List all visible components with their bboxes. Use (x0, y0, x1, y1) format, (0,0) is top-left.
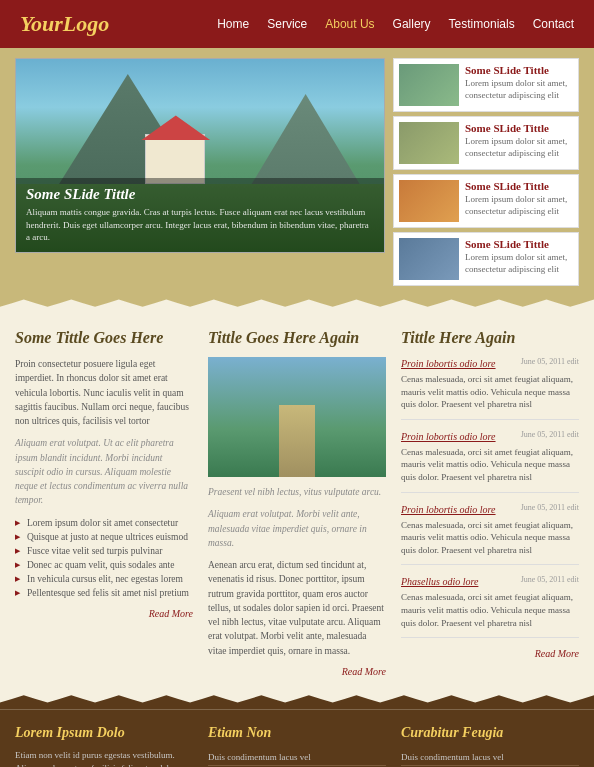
thumb-2[interactable]: Some SLide Tittle Lorem ipsum dolor sit … (393, 116, 579, 170)
footer-col3-link-1: Duis condimentum lacus vel (401, 749, 579, 766)
thumb-3[interactable]: Some SLide Tittle Lorem ipsum dolor sit … (393, 174, 579, 228)
blog-date-3: June 05, 2011 edit (521, 503, 579, 512)
blog-body-2: Cenas malesuada, orci sit amet feugiat a… (401, 446, 579, 484)
col1-para1: Proin consectetur posuere ligula eget im… (15, 357, 193, 428)
thumb-desc-2: Lorem ipsum dolor sit amet, consectetur … (465, 136, 573, 159)
thumb-title-2: Some SLide Tittle (465, 122, 573, 134)
thumb-img-2 (399, 122, 459, 164)
thumb-img-4 (399, 238, 459, 280)
blog-entry-2: Proin lobortis odio lore June 05, 2011 e… (401, 430, 579, 493)
footer-col1-title: Lorem Ipsum Dolo (15, 725, 193, 741)
thumb-title-1: Some SLide Tittle (465, 64, 573, 76)
footer-link-1: Duis condimentum lacus vel (208, 749, 386, 766)
thumb-text-4: Some SLide Tittle Lorem ipsum dolor sit … (465, 238, 573, 280)
col1-para2: Aliquam erat volutpat. Ut ac elit pharet… (15, 436, 193, 507)
thumb-text-2: Some SLide Tittle Lorem ipsum dolor sit … (465, 122, 573, 164)
col-3: Tittle Here Again Proin lobortis odio lo… (401, 329, 579, 677)
blog-date-1: June 05, 2011 edit (521, 357, 579, 366)
thumb-img-3 (399, 180, 459, 222)
nav-home[interactable]: Home (217, 17, 249, 31)
blog-date-4: June 05, 2011 edit (521, 575, 579, 584)
blog-title-3[interactable]: Proin lobortis odio lore (401, 504, 496, 515)
header: YourLogo Home Service About Us Gallery T… (0, 0, 594, 48)
footer-col-3: Curabitur Feugia Duis condimentum lacus … (401, 725, 579, 767)
list-item-1: Lorem ipsum dolor sit amet consectetur (15, 516, 193, 530)
col-2: Tittle Goes Here Again Praesent vel nibh… (208, 329, 386, 677)
col2-readmore[interactable]: Read More (208, 666, 386, 677)
thumb-title-4: Some SLide Tittle (465, 238, 573, 250)
footer-col-2: Etiam Non Duis condimentum lacus vel Dui… (208, 725, 386, 767)
list-item-4: Donec ac quam velit, quis sodales ante (15, 558, 193, 572)
blog-title-4[interactable]: Phasellus odio lore (401, 576, 478, 587)
thumb-desc-1: Lorem ipsum dolor sit amet, consectetur … (465, 78, 573, 101)
three-column-layout: Some Tittle Goes Here Proin consectetur … (15, 329, 579, 677)
col3-readmore[interactable]: Read More (401, 648, 579, 659)
thumb-text-1: Some SLide Tittle Lorem ipsum dolor sit … (465, 64, 573, 106)
col2-para1: Praesent vel nibh lectus, vitus vulputat… (208, 485, 386, 499)
blog-entry-1: Proin lobortis odio lore June 05, 2011 e… (401, 357, 579, 420)
footer: Lorem Ipsum Dolo Etiam non velit id puru… (0, 710, 594, 767)
blog-body-4: Cenas malesuada, orci sit amet feugiat a… (401, 591, 579, 629)
nav-about[interactable]: About Us (325, 17, 374, 31)
hero-desc: Aliquam mattis congue gravida. Cras at t… (26, 206, 374, 244)
blog-title-1[interactable]: Proin lobortis odio lore (401, 358, 496, 369)
nav-contact[interactable]: Contact (533, 17, 574, 31)
hero-title: Some SLide Tittle (26, 186, 374, 203)
thumb-text-3: Some SLide Tittle Lorem ipsum dolor sit … (465, 180, 573, 222)
main-content: Some Tittle Goes Here Proin consectetur … (0, 314, 594, 692)
nav-service[interactable]: Service (267, 17, 307, 31)
main-nav: Home Service About Us Gallery Testimonia… (217, 17, 574, 31)
blog-date-2: June 05, 2011 edit (521, 430, 579, 439)
col1-list: Lorem ipsum dolor sit amet consectetur Q… (15, 516, 193, 600)
hero-section: Some SLide Tittle Aliquam mattis congue … (0, 48, 594, 296)
nav-testimonials[interactable]: Testimonials (449, 17, 515, 31)
thumb-4[interactable]: Some SLide Tittle Lorem ipsum dolor sit … (393, 232, 579, 286)
logo: YourLogo (20, 11, 217, 37)
col2-title: Tittle Goes Here Again (208, 329, 386, 347)
nav-gallery[interactable]: Gallery (393, 17, 431, 31)
col2-para2: Aliquam erat volutpat. Morbi velit ante,… (208, 507, 386, 550)
footer-col-1: Lorem Ipsum Dolo Etiam non velit id puru… (15, 725, 193, 767)
footer-col2-list: Duis condimentum lacus vel Duis ultrices… (208, 749, 386, 767)
thumb-img-1 (399, 64, 459, 106)
footer-col3-title: Curabitur Feugia (401, 725, 579, 741)
hero-caption: Some SLide Tittle Aliquam mattis congue … (16, 178, 384, 252)
hero-thumbnails: Some SLide Tittle Lorem ipsum dolor sit … (393, 58, 579, 286)
col2-image (208, 357, 386, 477)
footer-col1-text: Etiam non velit id purus egestas vestibu… (15, 749, 193, 767)
col1-title: Some Tittle Goes Here (15, 329, 193, 347)
blog-entry-4: Phasellus odio lore June 05, 2011 edit C… (401, 575, 579, 638)
thumb-desc-3: Lorem ipsum dolor sit amet, consectetur … (465, 194, 573, 217)
wavy-divider-bottom (0, 692, 594, 710)
col2-para3: Aenean arcu erat, dictum sed tincidunt a… (208, 558, 386, 658)
thumb-title-3: Some SLide Tittle (465, 180, 573, 192)
col3-title: Tittle Here Again (401, 329, 579, 347)
thumb-1[interactable]: Some SLide Tittle Lorem ipsum dolor sit … (393, 58, 579, 112)
footer-columns: Lorem Ipsum Dolo Etiam non velit id puru… (15, 725, 579, 767)
blog-title-2[interactable]: Proin lobortis odio lore (401, 431, 496, 442)
hero-main-image: Some SLide Tittle Aliquam mattis congue … (15, 58, 385, 253)
list-item-6: Pellentesque sed felis sit amet nisl pre… (15, 586, 193, 600)
list-item-2: Quisque at justo at neque ultrices euism… (15, 530, 193, 544)
footer-col2-title: Etiam Non (208, 725, 386, 741)
list-item-3: Fusce vitae velit sed turpis pulvinar (15, 544, 193, 558)
col-1: Some Tittle Goes Here Proin consectetur … (15, 329, 193, 677)
blog-entry-3: Proin lobortis odio lore June 05, 2011 e… (401, 503, 579, 566)
thumb-desc-4: Lorem ipsum dolor sit amet, consectetur … (465, 252, 573, 275)
list-item-5: In vehicula cursus elit, nec egestas lor… (15, 572, 193, 586)
footer-col3-list: Duis condimentum lacus vel Duis ultrices… (401, 749, 579, 767)
wavy-divider-top (0, 296, 594, 314)
col1-readmore[interactable]: Read More (15, 608, 193, 619)
blog-body-1: Cenas malesuada, orci sit amet feugiat a… (401, 373, 579, 411)
blog-body-3: Cenas malesuada, orci sit amet feugiat a… (401, 519, 579, 557)
